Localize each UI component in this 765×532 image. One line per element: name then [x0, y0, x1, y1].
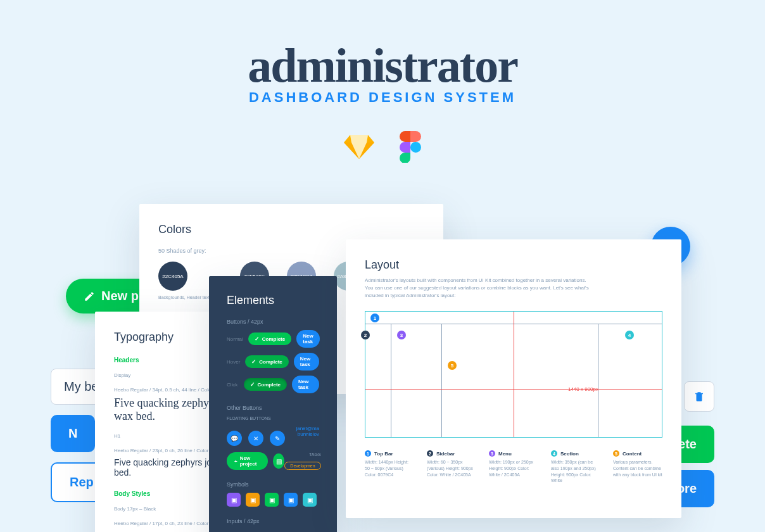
dimension-label: 1440 x 900px	[568, 386, 598, 392]
legend-item: 1Top Bar Width: 1440px Height: 50 ~ 60px…	[365, 450, 414, 484]
legend-dot: 2	[427, 450, 433, 457]
chat-icon: 💬	[231, 435, 238, 442]
legend-item: 3Menu Width: 190px or 250px Height: 900p…	[489, 450, 538, 484]
symbol-tile[interactable]: ▣	[246, 493, 260, 507]
complete-button-click[interactable]: ✓Complete	[244, 378, 287, 391]
marker-content: 5	[448, 361, 457, 370]
symbol-tile[interactable]: ▣	[303, 493, 317, 507]
edit-fab-sm[interactable]: ✎	[270, 431, 285, 446]
new-task-button-click[interactable]: New task	[292, 376, 319, 393]
symbol-tile[interactable]: ▣	[284, 493, 298, 507]
new-task-button[interactable]: New task	[296, 330, 319, 348]
legend-dot: 3	[489, 450, 495, 457]
buttons-label: Buttons / 42px	[227, 319, 319, 325]
trash-icon	[693, 391, 705, 402]
legend-title-text: Top Bar	[374, 451, 393, 457]
trash-button[interactable]	[684, 381, 714, 412]
check-icon: ✓	[255, 336, 260, 342]
svg-point-7	[410, 142, 421, 153]
symbol-tile[interactable]: ▣	[227, 493, 241, 507]
layout-card: Layout Administrator's layouts built wit…	[346, 239, 681, 518]
legend-text: Various parameters. Content can be combi…	[613, 459, 662, 478]
new-project-label: New project	[240, 455, 260, 467]
layout-description: Administrator's layouts built with compo…	[365, 277, 593, 300]
legend-item: 4Section Width: 350px (can be also 190px…	[551, 450, 600, 484]
legend-title-text: Section	[560, 451, 579, 457]
state-click-label: Click	[227, 382, 239, 388]
other-buttons-label: Other Buttons	[227, 405, 319, 411]
new-task-button-hover[interactable]: New task	[294, 353, 319, 370]
layout-legend: 1Top Bar Width: 1440px Height: 50 ~ 60px…	[365, 450, 662, 484]
svg-marker-6	[350, 135, 368, 142]
legend-text: Width: 190px or 250px Height: 900px Colo…	[489, 459, 538, 478]
layout-diagram: 1 2 3 4 5 1440 x 900px	[365, 311, 662, 438]
complete-label: Complete	[259, 359, 282, 365]
legend-dot: 5	[613, 450, 619, 457]
legend-title-text: Sidebar	[436, 451, 455, 457]
state-normal-label: Normal	[227, 336, 243, 342]
legend-dot: 4	[551, 450, 557, 457]
document-icon: ▤	[276, 458, 282, 465]
legend-text: Width: 60 ~ 350px (Various) Height: 900p…	[427, 459, 476, 478]
sample-button-blue[interactable]: N	[51, 415, 95, 452]
legend-title-text: Content	[623, 451, 642, 457]
complete-button-hover[interactable]: ✓Complete	[245, 355, 288, 368]
pencil-icon: ✎	[275, 435, 280, 442]
chat-fab[interactable]: 💬	[227, 431, 242, 446]
new-project-pill[interactable]: +New project	[227, 452, 268, 470]
hero-subtitle: DASHBOARD DESIGN SYSTEM	[0, 89, 765, 106]
legend-item: 2Sidebar Width: 60 ~ 350px (Various) Hei…	[427, 450, 476, 484]
inputs-label: Inputs / 42px	[227, 518, 319, 524]
marker-menu: 3	[397, 331, 406, 339]
color-swatch: #2C405A	[158, 262, 187, 291]
legend-title-text: Menu	[498, 451, 512, 457]
pencil-icon	[84, 291, 95, 302]
tags-label: TAGS	[284, 452, 320, 457]
close-fab[interactable]: ✕	[248, 431, 263, 446]
complete-button[interactable]: ✓Complete	[248, 332, 291, 345]
marker-topbar: 1	[370, 314, 379, 322]
complete-label: Complete	[262, 336, 285, 342]
floating-buttons-label: FLOATING BUTTONS	[227, 416, 319, 421]
elements-card: Elements Buttons / 42px Normal ✓Complete…	[209, 276, 337, 532]
state-hover-label: Hover	[227, 359, 240, 365]
elements-title: Elements	[227, 294, 319, 307]
check-icon: ✓	[250, 381, 255, 388]
sketch-icon	[344, 131, 374, 162]
tag-link[interactable]: bunnielov	[296, 431, 319, 437]
marker-section: 4	[625, 331, 634, 339]
legend-text: Width: 350px (can be also 190px and 250p…	[551, 459, 600, 484]
figma-icon	[400, 131, 421, 163]
symbols-label: Symbols	[227, 481, 319, 488]
close-icon: ✕	[253, 435, 258, 442]
legend-text: Width: 1440px Height: 50 ~ 60px (Various…	[365, 459, 414, 478]
tag-link[interactable]: janet@ma	[296, 426, 319, 431]
legend-dot: 1	[365, 450, 371, 457]
colors-title: Colors	[158, 223, 424, 236]
hero-title: administrator	[0, 38, 765, 93]
symbol-tile[interactable]: ▣	[265, 493, 279, 507]
tag-pill[interactable]: Developmen	[284, 462, 320, 470]
plus-icon: +	[234, 459, 237, 464]
legend-item: 5Content Various parameters. Content can…	[613, 450, 662, 484]
layout-title: Layout	[365, 258, 662, 272]
marker-sidebar: 2	[361, 331, 370, 339]
tool-icons-row	[0, 131, 765, 163]
doc-fab[interactable]: ▤	[273, 453, 284, 469]
check-icon: ✓	[251, 358, 256, 365]
complete-label: Complete	[258, 382, 281, 388]
